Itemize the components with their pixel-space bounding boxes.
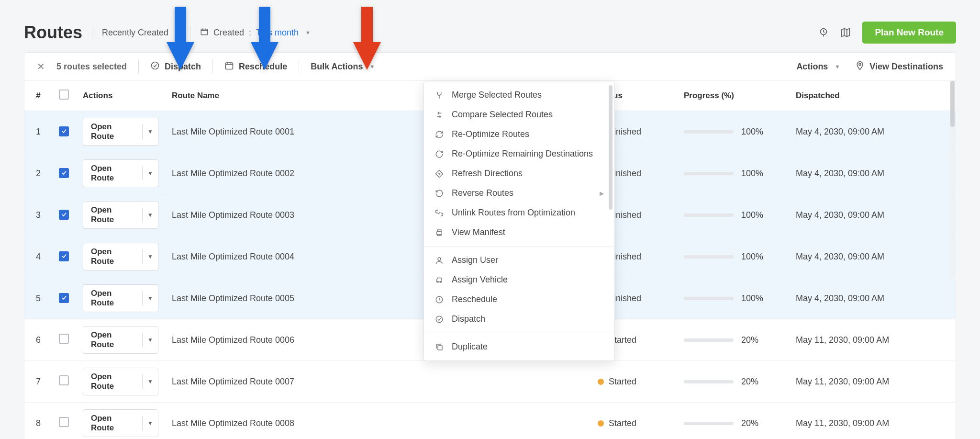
calendar-icon	[224, 61, 234, 73]
menu-item-label: View Manifest	[452, 227, 505, 237]
route-name: Last Mile Optimized Route 0005	[165, 278, 390, 319]
open-route-button[interactable]: Open Route ▼	[83, 201, 158, 229]
row-number: 4	[24, 236, 52, 278]
chevron-down-icon[interactable]: ▼	[142, 333, 158, 347]
dispatched-value: May 11, 2030, 09:00 AM	[796, 335, 889, 345]
chevron-down-icon[interactable]: ▼	[142, 124, 158, 139]
dropdown-scrollbar[interactable]	[609, 85, 612, 238]
plan-new-route-button[interactable]: Plan New Route	[862, 22, 956, 44]
dispatched-value: May 4, 2030, 09:00 AM	[796, 293, 884, 303]
vertical-scrollbar[interactable]	[950, 81, 955, 277]
separator	[212, 59, 213, 74]
menu-item-label: Refresh Directions	[452, 169, 523, 179]
menu-item[interactable]: Reverse Routes ▶	[424, 183, 614, 203]
row-checkbox[interactable]	[59, 334, 69, 344]
row-checkbox[interactable]	[59, 210, 69, 220]
col-actions: Actions	[76, 81, 165, 111]
sync-icon	[434, 130, 444, 139]
progress-bar: 100%	[684, 210, 782, 220]
select-all-checkbox[interactable]	[59, 90, 69, 100]
chevron-down-icon[interactable]: ▼	[142, 291, 158, 305]
menu-item[interactable]: Unlink Routes from Optimization	[424, 203, 614, 223]
chevron-down-icon[interactable]: ▼	[142, 416, 158, 430]
route-name: Last Mile Optimized Route 0001	[165, 111, 390, 153]
progress-bar: 20%	[684, 335, 782, 345]
row-checkbox[interactable]	[59, 375, 69, 385]
map-icon[interactable]	[840, 27, 851, 38]
merge-icon	[434, 91, 444, 100]
menu-item-label: Assign User	[452, 255, 498, 265]
open-route-button[interactable]: Open Route ▼	[83, 159, 158, 187]
bulk-actions-menu: Merge Selected Routes Compare Selected R…	[423, 81, 615, 361]
dispatched-value: May 11, 2030, 09:00 AM	[796, 377, 889, 386]
open-route-label: Open Route	[83, 243, 142, 270]
svg-rect-6	[437, 231, 442, 234]
open-route-label: Open Route	[83, 118, 142, 145]
menu-item[interactable]: Assign User	[424, 250, 614, 270]
annotation-arrow-3	[353, 7, 381, 72]
open-route-button[interactable]: Open Route ▼	[83, 368, 158, 395]
row-checkbox[interactable]	[59, 168, 69, 178]
menu-item[interactable]: Compare Selected Routes	[424, 105, 614, 124]
menu-item[interactable]: Duplicate	[424, 337, 614, 357]
menu-item[interactable]: Refresh Directions	[424, 164, 614, 183]
menu-item[interactable]: Re-Optimize Routes	[424, 124, 614, 144]
menu-item-label: Re-Optimize Routes	[452, 129, 529, 139]
svg-point-4	[859, 63, 861, 65]
col-progress: Progress (%)	[677, 81, 789, 111]
col-select	[52, 81, 76, 111]
menu-item-label: Dispatch	[452, 314, 485, 324]
dispatched-value: May 4, 2030, 09:00 AM	[796, 169, 884, 178]
route-user	[390, 361, 495, 403]
chevron-down-icon: ▼	[305, 30, 311, 35]
row-checkbox[interactable]	[59, 293, 69, 303]
chevron-down-icon[interactable]: ▼	[142, 249, 158, 264]
menu-item[interactable]: Reschedule	[424, 290, 614, 309]
actions-dropdown[interactable]: Actions ▼	[796, 62, 840, 72]
clock-icon	[434, 295, 444, 304]
route-user	[390, 403, 495, 439]
menu-item-label: Assign Vehicle	[452, 275, 508, 285]
menu-item-label: Duplicate	[452, 342, 488, 352]
menu-item[interactable]: Dispatch	[424, 309, 614, 329]
progress-bar: 20%	[684, 418, 782, 428]
close-icon[interactable]: ✕	[37, 61, 45, 72]
open-route-button[interactable]: Open Route ▼	[83, 409, 158, 437]
menu-item-label: Compare Selected Routes	[452, 110, 553, 120]
table-row: 8 Open Route ▼ Last Mile Optimized Route…	[24, 403, 956, 439]
menu-item[interactable]: Re-Optimize Remaining Destinations	[424, 144, 614, 164]
row-checkbox[interactable]	[59, 251, 69, 261]
dispatched-value: May 4, 2030, 09:00 AM	[796, 210, 884, 220]
filter-sort-label: Recently Created	[102, 28, 168, 38]
svg-point-11	[436, 316, 443, 323]
undo-icon	[434, 189, 444, 198]
route-vehicle	[495, 361, 591, 403]
open-route-label: Open Route	[83, 410, 142, 437]
open-route-button[interactable]: Open Route ▼	[83, 118, 158, 146]
open-route-button[interactable]: Open Route ▼	[83, 243, 158, 270]
row-checkbox[interactable]	[59, 417, 69, 427]
chevron-down-icon[interactable]: ▼	[142, 374, 158, 389]
car-icon	[434, 276, 444, 284]
directions-icon	[434, 169, 444, 178]
actions-label: Actions	[796, 62, 828, 72]
menu-item[interactable]: View Manifest	[424, 223, 614, 242]
menu-item-label: Unlink Routes from Optimization	[452, 208, 575, 218]
menu-item[interactable]: Merge Selected Routes	[424, 85, 614, 105]
open-route-button[interactable]: Open Route ▼	[83, 284, 158, 312]
timeline-icon[interactable]	[818, 27, 829, 38]
menu-item[interactable]: Assign Vehicle	[424, 270, 614, 290]
route-name: Last Mile Optimized Route 0006	[165, 319, 390, 361]
calendar-icon	[200, 27, 209, 38]
view-destinations-action[interactable]: View Destinations	[855, 61, 943, 73]
chevron-down-icon[interactable]: ▼	[142, 166, 158, 180]
row-checkbox[interactable]	[59, 126, 69, 136]
chevron-down-icon: ▼	[835, 64, 840, 69]
open-route-button[interactable]: Open Route ▼	[83, 326, 158, 354]
route-name: Last Mile Optimized Route 0002	[165, 153, 390, 194]
chevron-down-icon[interactable]: ▼	[142, 208, 158, 222]
open-route-label: Open Route	[83, 202, 142, 228]
print-icon	[434, 228, 444, 237]
row-number: 2	[24, 153, 52, 194]
dispatched-value: May 4, 2030, 09:00 AM	[796, 127, 884, 136]
